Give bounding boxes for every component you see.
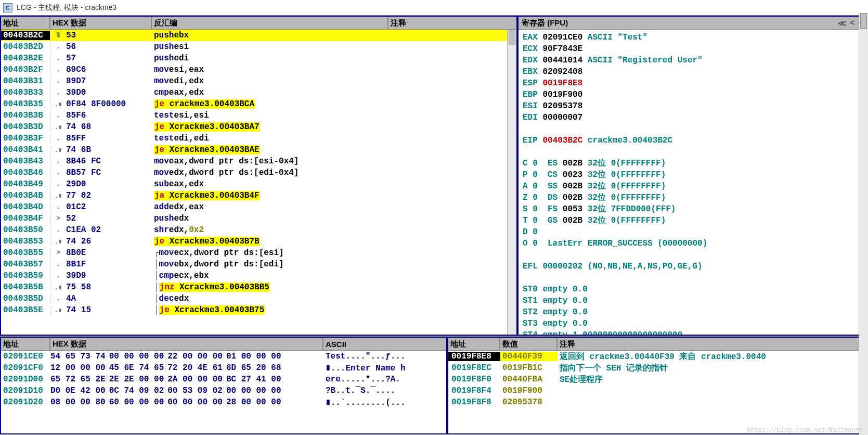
hex-row[interactable]: 02091D2008 00 00 8060 00 00 0000 00 00 0… xyxy=(1,396,446,408)
col-address[interactable]: 地址 xyxy=(1,17,50,29)
disasm-row[interactable]: 00403B41.∨74 6Bje Xcrackme3.00403BAE xyxy=(1,144,516,156)
stack-row[interactable]: 0019F8EC0019FB1C指向下一个 SEH 记录的指针 xyxy=(448,362,867,374)
disasm-row[interactable]: 00403B59.39D9│cmp ecx,ebx xyxy=(1,270,516,282)
fpu-line[interactable]: ST4 empty 1.00000000000000000000 xyxy=(523,329,863,335)
addr-cell: 00403B43 xyxy=(1,157,50,166)
stack-body[interactable]: 0019F8E800440F39返回到 crackme3.00440F39 来自… xyxy=(448,351,867,433)
register-line[interactable]: EAX 02091CE0 ASCII "Test" xyxy=(523,32,863,43)
register-line[interactable]: EBP 0019F900 xyxy=(523,89,863,100)
nav-first-icon[interactable]: ≪ xyxy=(838,18,847,28)
stack-row[interactable]: 0019F8F40019F900 xyxy=(448,385,867,396)
disasm-row[interactable]: 00403B49.29D0sub eax,edx xyxy=(1,178,516,190)
addr-cell: 00403B55 xyxy=(1,248,50,258)
flag-line[interactable]: C 0 ES 002B 32位 0(FFFFFFFF) xyxy=(523,158,863,169)
stack-col-comment[interactable]: 注释 xyxy=(558,338,867,350)
disasm-row[interactable]: 00403B5D.4A│dec edx xyxy=(1,293,516,304)
disasm-row[interactable]: 00403B35.∨0F84 8F00000je crackme3.00403B… xyxy=(1,98,516,110)
disasm-row[interactable]: 00403B57.8B1F│mov ebx,dword ptr ds:[edi] xyxy=(1,259,516,270)
hex-cell: 56 xyxy=(66,42,152,52)
col-hex[interactable]: HEX 数据 xyxy=(50,17,152,29)
hex-bytes: 08 00 00 8060 00 00 0000 00 00 0028 00 0… xyxy=(50,398,323,407)
scrollbar-vertical[interactable] xyxy=(507,30,516,335)
hex-scroll-thumb[interactable] xyxy=(860,13,867,29)
hexdump-header: 地址 HEX 数据 ASCII xyxy=(1,338,446,351)
stack-col-addr[interactable]: 地址 xyxy=(448,338,500,350)
register-line[interactable]: ESI 02095378 xyxy=(523,100,863,112)
scroll-thumb[interactable] xyxy=(509,30,515,45)
hex-col-addr[interactable]: 地址 xyxy=(1,338,50,350)
addr-cell: 00403B2C xyxy=(1,31,50,40)
disasm-row[interactable]: 00403B5E.∨74 15│je Xcrackme3.00403B75 xyxy=(1,304,516,316)
addr-cell: 00403B2E xyxy=(1,54,50,63)
disasm-row[interactable]: 00403B31.89D7mov edi,edx xyxy=(1,75,516,87)
disasm-row[interactable]: 00403B5B.∨75 58│jnz Xcrackme3.00403BB5 xyxy=(1,282,516,293)
register-line[interactable]: EDX 00441014 ASCII "Registered User" xyxy=(523,55,863,66)
hex-row[interactable]: 02091CF012 00 00 0045 6E 74 6572 20 4E 6… xyxy=(1,362,446,374)
fpu-line[interactable]: ST0 empty 0.0 xyxy=(523,284,863,295)
efl-line[interactable]: EFL 00000202 (NO,NB,NE,A,NS,PO,GE,G) xyxy=(523,261,863,272)
hex-col-hex[interactable]: HEX 数据 xyxy=(50,338,323,350)
mark-cell: . xyxy=(50,43,66,50)
hex-scrollbar[interactable] xyxy=(859,13,868,435)
stack-row[interactable]: 0019F8E800440F39返回到 crackme3.00440F39 来自… xyxy=(448,351,867,362)
registers-body[interactable]: EAX 02091CE0 ASCII "Test"ECX 90F7843EEDX… xyxy=(519,30,867,335)
stack-comment: SE处理程序 xyxy=(558,374,867,385)
eip-line[interactable]: EIP 00403B2C crackme3.00403B2C xyxy=(523,135,863,146)
hex-cell: 4A xyxy=(66,294,152,303)
disasm-row[interactable]: 00403B50.C1EA 02shr edx,0x2 xyxy=(1,224,516,236)
registers-panel[interactable]: 寄存器 (FPU) ≪ < < EAX 02091CE0 ASCII "Test… xyxy=(517,16,868,336)
hexdump-panel[interactable]: 地址 HEX 数据 ASCII 02091CE054 65 73 7400 00… xyxy=(0,337,447,434)
stack-row[interactable]: 0019F8F000440FBASE处理程序 xyxy=(448,374,867,385)
fpu-line[interactable]: ST3 empty 0.0 xyxy=(523,318,863,329)
disasm-row[interactable]: 00403B53.∨74 26je Xcrackme3.00403B7B xyxy=(1,236,516,247)
hex-cell: 29D0 xyxy=(66,180,152,189)
disasm-row[interactable]: 00403B33.39D0cmp eax,edx xyxy=(1,87,516,98)
disasm-row[interactable]: 00403B2D.56push esi xyxy=(1,41,516,53)
stack-col-val[interactable]: 数值 xyxy=(500,338,558,350)
disasm-row[interactable]: 00403B46.8B57 FCmov edx,dword ptr ds:[ed… xyxy=(1,167,516,178)
disasm-cell: je Xcrackme3.00403B7B xyxy=(152,237,397,246)
disasm-cell: mov edx,dword ptr ds:[edi-0x4] xyxy=(152,168,397,177)
hex-row[interactable]: 02091D0065 72 65 2E2E 2E 00 002A 00 00 0… xyxy=(1,374,446,385)
disassembly-panel[interactable]: 地址 HEX 数据 反汇编 注释 00403B2C$53push ebx0040… xyxy=(0,16,517,336)
flag-line[interactable]: O 0 LastErr ERROR_SUCCESS (00000000) xyxy=(523,238,863,249)
flag-line[interactable]: T 0 GS 002B 32位 0(FFFFFFFF) xyxy=(523,215,863,226)
disasm-row[interactable]: 00403B3F.85FFtest edi,edi xyxy=(1,133,516,144)
hex-col-ascii[interactable]: ASCII xyxy=(323,338,446,350)
flag-line[interactable]: S 0 FS 0053 32位 7FFDD000(FFF) xyxy=(523,203,863,215)
disasm-cell: je Xcrackme3.00403BAE xyxy=(152,145,397,155)
disasm-row[interactable]: 00403B4B.∨77 02ja Xcrackme3.00403B4F xyxy=(1,190,516,201)
flag-line[interactable]: Z 0 DS 002B 32位 0(FFFFFFFF) xyxy=(523,192,863,203)
hex-row[interactable]: 02091D10D0 0E 42 000C 74 09 0200 53 09 0… xyxy=(1,385,446,396)
disasm-row[interactable]: 00403B3D.∨74 68je Xcrackme3.00403BA7 xyxy=(1,121,516,133)
hex-row[interactable]: 02091CE054 65 73 7400 00 00 0022 00 00 0… xyxy=(1,351,446,362)
stack-row[interactable]: 0019F8F802095378 xyxy=(448,396,867,408)
disasm-row[interactable]: 00403B3B.85F6test esi,esi xyxy=(1,110,516,121)
disasm-row[interactable]: 00403B2C$53push ebx xyxy=(1,30,516,41)
stack-panel[interactable]: 地址 数值 注释 0019F8E800440F39返回到 crackme3.00… xyxy=(447,337,868,434)
nav-prev-icon[interactable]: < xyxy=(850,18,854,28)
disasm-row[interactable]: 00403B4D.01C2add edx,eax xyxy=(1,201,516,213)
stack-val: 0019F900 xyxy=(500,386,558,395)
disasm-row[interactable]: 00403B2E.57push edi xyxy=(1,53,516,64)
register-line[interactable]: EDI 00000007 xyxy=(523,112,863,123)
disasm-row[interactable]: 00403B2F.89C6mov esi,eax xyxy=(1,64,516,75)
addr-cell: 00403B5D xyxy=(1,294,50,303)
flag-line[interactable]: P 0 CS 0023 32位 0(FFFFFFFF) xyxy=(523,169,863,181)
register-line[interactable]: ECX 90F7843E xyxy=(523,43,863,55)
disasm-cell: mov eax,dword ptr ds:[esi-0x4] xyxy=(152,157,397,166)
disasm-row[interactable]: 00403B43.8B46 FCmov eax,dword ptr ds:[es… xyxy=(1,156,516,167)
register-line[interactable]: ESP 0019F8E8 xyxy=(523,78,863,89)
fpu-line[interactable]: ST2 empty 0.0 xyxy=(523,306,863,318)
fpu-line[interactable]: ST1 empty 0.0 xyxy=(523,295,863,306)
disasm-row[interactable]: 00403B4F>52push edx xyxy=(1,213,516,224)
hexdump-body[interactable]: 02091CE054 65 73 7400 00 00 0022 00 00 0… xyxy=(1,351,446,433)
disasm-body[interactable]: 00403B2C$53push ebx00403B2D.56push esi00… xyxy=(1,30,516,335)
col-disasm[interactable]: 反汇编 xyxy=(152,17,388,29)
col-comment[interactable]: 注释 xyxy=(388,17,516,29)
register-line[interactable]: EBX 02092408 xyxy=(523,66,863,78)
flag-line[interactable]: A 0 SS 002B 32位 0(FFFFFFFF) xyxy=(523,181,863,192)
flag-line[interactable]: D 0 xyxy=(523,226,863,238)
stack-val: 00440FBA xyxy=(500,375,558,384)
disasm-row[interactable]: 00403B55>8B0E┌mov ecx,dword ptr ds:[esi] xyxy=(1,247,516,259)
